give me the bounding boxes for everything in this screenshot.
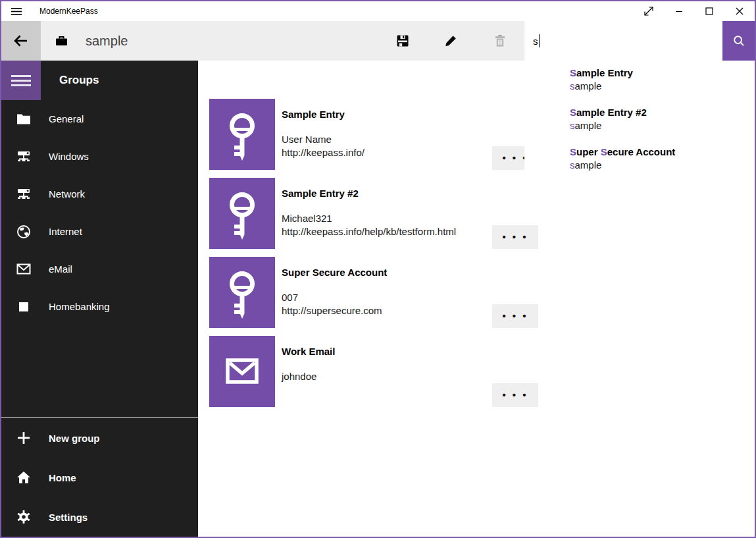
entry-tile — [209, 336, 275, 407]
fullscreen-icon — [643, 5, 655, 17]
suggestion-group: sample — [570, 159, 755, 171]
suggestion-title: Super Secure Account — [570, 146, 755, 157]
trash-icon — [493, 34, 507, 48]
entry-details: User Name http://keepass.info/ — [282, 133, 365, 159]
search-suggestions: Sample Entry sample Sample Entry #2 samp… — [524, 61, 755, 202]
sidebar-item-new-group[interactable]: New group — [1, 418, 198, 458]
key-icon — [209, 178, 275, 249]
sidebar-item-label: New group — [49, 433, 100, 444]
save-button[interactable] — [387, 21, 418, 61]
entry-info: Work Email johndoe — [282, 336, 335, 415]
sidebar-item-label: Windows — [49, 151, 89, 162]
entry-info: Sample Entry User Name http://keepass.in… — [282, 99, 365, 178]
entry-title: Work Email — [282, 346, 335, 357]
entry-details: Michael321 http://keepass.info/help/kb/t… — [282, 212, 456, 238]
pencil-icon — [443, 34, 458, 48]
search-input-value: s — [533, 36, 538, 47]
sidebar-item-homebanking[interactable]: Homebanking — [1, 288, 198, 325]
close-icon — [734, 5, 745, 17]
minimize-button[interactable] — [664, 1, 694, 21]
entry-url: http://keepass.info/ — [282, 146, 365, 159]
entry-username: johndoe — [282, 370, 335, 383]
sidebar-item-network[interactable]: Network — [1, 175, 198, 213]
entry-title: Sample Entry #2 — [282, 188, 456, 199]
key-icon — [209, 257, 275, 328]
entry-tile — [209, 257, 275, 328]
app-title: ModernKeePass — [39, 7, 98, 16]
window-controls — [634, 1, 755, 21]
sidebar-header: Groups — [1, 61, 198, 100]
app-window: ModernKeePass — [0, 0, 756, 538]
entry-tile — [209, 178, 275, 249]
groups-heading: Groups — [59, 74, 99, 87]
entry-row-work-email[interactable]: Work Email johndoe • • • — [209, 336, 755, 415]
sidebar-item-windows[interactable]: Windows — [1, 138, 198, 175]
suggestion-title: Sample Entry #2 — [570, 107, 755, 118]
suggestion-sample-entry[interactable]: Sample Entry sample — [524, 61, 755, 100]
folder-icon — [16, 111, 32, 127]
network-icon — [16, 149, 32, 165]
text-caret — [539, 34, 540, 47]
sidebar-item-label: Homebanking — [49, 301, 110, 312]
entry-title: Super Secure Account — [282, 267, 387, 278]
globe-icon — [16, 224, 32, 240]
suggestion-sample-entry-2[interactable]: Sample Entry #2 sample — [524, 100, 755, 140]
maximize-button[interactable] — [694, 1, 724, 21]
hamburger-icon — [11, 72, 31, 89]
sidebar-item-label: Network — [49, 188, 85, 200]
more-button[interactable]: • • • — [492, 225, 538, 249]
suggestion-group: sample — [570, 120, 755, 131]
entry-title: Sample Entry — [282, 109, 365, 120]
entry-row-super-secure-account[interactable]: Super Secure Account 007 http://supersec… — [209, 257, 755, 336]
more-button[interactable]: • • • — [492, 383, 538, 407]
entry-url: http://keepass.info/help/kb/testform.htm… — [282, 225, 456, 238]
key-icon — [209, 99, 275, 170]
titlebar: ModernKeePass — [1, 1, 755, 21]
maximize-icon — [703, 5, 715, 17]
back-arrow-icon — [11, 31, 31, 51]
entry-details: 007 http://supersecure.com — [282, 291, 387, 317]
entry-tile — [209, 99, 275, 170]
search-icon — [732, 34, 745, 47]
sidebar-item-label: General — [49, 113, 84, 124]
square-icon — [16, 299, 32, 315]
more-button[interactable]: • • • — [492, 304, 538, 328]
entry-url: http://supersecure.com — [282, 304, 387, 317]
entry-details: johndoe — [282, 370, 335, 383]
sidebar-item-label: Home — [49, 472, 76, 483]
entry-info: Sample Entry #2 Michael321 http://keepas… — [282, 178, 456, 257]
delete-button[interactable] — [484, 21, 516, 61]
database-title: sample — [86, 21, 128, 61]
plus-icon — [16, 430, 32, 446]
envelope-icon — [209, 336, 275, 407]
search-button[interactable] — [722, 21, 755, 61]
sidebar-item-label: Settings — [49, 512, 88, 523]
save-icon — [395, 34, 410, 48]
envelope-icon — [16, 261, 32, 277]
sidebar-footer: New group Home — [1, 417, 198, 537]
hamburger-icon — [11, 7, 22, 16]
nav-toggle-button[interactable] — [1, 61, 41, 100]
home-icon — [16, 470, 32, 485]
sidebar-item-email[interactable]: eMail — [1, 250, 198, 288]
minimize-icon — [673, 5, 685, 17]
titlebar-menu-icon[interactable] — [1, 1, 32, 21]
sidebar-item-home[interactable]: Home — [1, 458, 198, 497]
suggestion-super-secure-account[interactable]: Super Secure Account sample — [524, 140, 755, 179]
search-input[interactable]: s — [524, 21, 722, 61]
close-button[interactable] — [724, 1, 755, 21]
database-icon — [55, 36, 68, 46]
sidebar-item-general[interactable]: General — [1, 100, 198, 138]
appbar: sample — [1, 21, 755, 61]
network-icon — [16, 186, 32, 202]
edit-button[interactable] — [435, 21, 466, 61]
sidebar-item-settings[interactable]: Settings — [1, 497, 198, 537]
entry-username: 007 — [282, 291, 387, 304]
entry-info: Super Secure Account 007 http://supersec… — [282, 257, 387, 336]
back-button[interactable] — [1, 21, 41, 61]
gear-icon — [16, 509, 32, 525]
sidebar-item-internet[interactable]: Internet — [1, 213, 198, 250]
sidebar-item-label: eMail — [49, 263, 72, 275]
fullscreen-button[interactable] — [634, 1, 664, 21]
sidebar: Groups General — [1, 61, 198, 537]
